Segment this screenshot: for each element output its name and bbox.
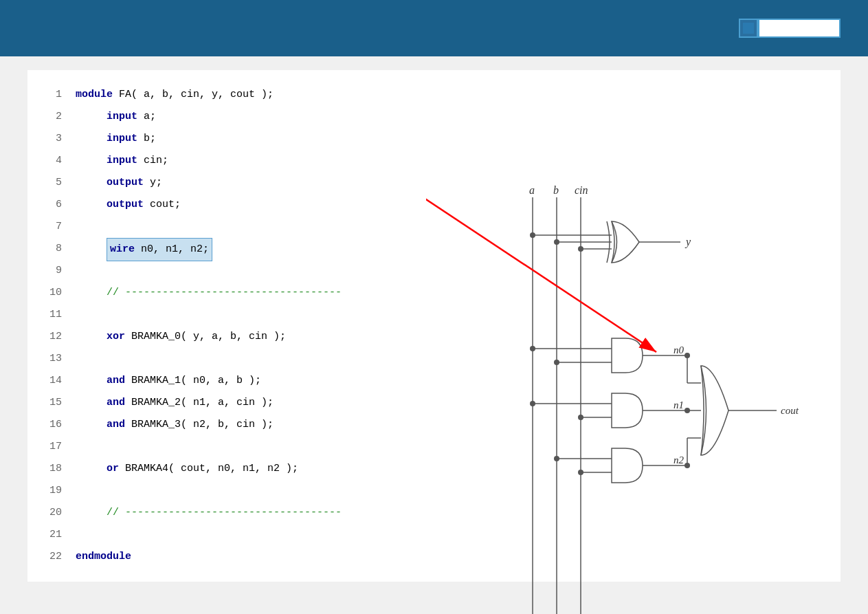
svg-text:n0: n0 xyxy=(674,344,685,355)
circuit-diagram: a b cin y xyxy=(426,180,868,614)
svg-line-44 xyxy=(426,180,656,352)
svg-text:n2: n2 xyxy=(674,454,685,465)
svg-point-17 xyxy=(530,346,535,351)
circuit-svg: a b cin y xyxy=(426,180,868,614)
main-content: 1 2 3 4 5 6 7 8 9 10 11 12 13 14 15 16 1… xyxy=(27,70,841,582)
svg-text:cin: cin xyxy=(575,184,588,196)
header xyxy=(0,0,868,56)
svg-text:n1: n1 xyxy=(674,399,684,410)
search-input[interactable] xyxy=(758,19,841,38)
svg-point-30 xyxy=(578,470,583,475)
code-line-1: module FA( a, b, cin, y, cout ); xyxy=(76,84,827,106)
svg-point-40 xyxy=(685,408,690,413)
svg-point-12 xyxy=(578,246,583,252)
svg-point-29 xyxy=(554,456,559,461)
search-container xyxy=(739,19,841,38)
svg-point-11 xyxy=(554,239,559,245)
line-numbers: 1 2 3 4 5 6 7 8 9 10 11 12 13 14 15 16 1… xyxy=(41,84,76,568)
svg-text:b: b xyxy=(553,184,559,196)
search-icon xyxy=(739,19,758,38)
svg-text:cout: cout xyxy=(781,405,799,416)
code-line-2: input a; xyxy=(76,106,827,128)
svg-text:y: y xyxy=(685,236,691,248)
svg-point-23 xyxy=(530,401,535,406)
code-line-3: input b; xyxy=(76,128,827,150)
code-line-4: input cin; xyxy=(76,150,827,172)
svg-text:a: a xyxy=(529,184,535,196)
svg-point-18 xyxy=(554,360,559,365)
svg-rect-0 xyxy=(743,23,754,34)
svg-point-24 xyxy=(578,415,583,420)
svg-point-10 xyxy=(530,232,535,238)
